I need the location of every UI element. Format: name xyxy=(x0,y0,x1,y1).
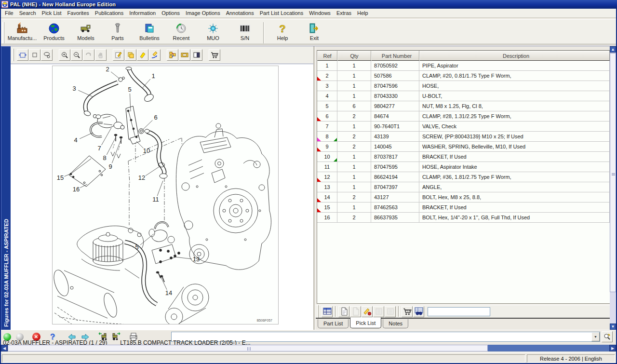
lasso-button[interactable] xyxy=(41,49,53,61)
callout-9[interactable]: 9 xyxy=(108,163,112,170)
manufactu-button[interactable]: Manufactu... xyxy=(6,21,38,43)
tab-pick-list[interactable]: Pick List xyxy=(350,317,381,328)
table-row[interactable]: 13187047397ANGLE, xyxy=(317,182,610,192)
zoom-in-button[interactable] xyxy=(59,49,70,61)
doc-new-button[interactable] xyxy=(338,306,349,317)
panel-button[interactable] xyxy=(385,306,396,317)
menu-information[interactable]: Information xyxy=(126,9,159,17)
split-button[interactable] xyxy=(191,49,202,61)
pen-eraser-button[interactable] xyxy=(362,306,373,317)
toolbar-grip[interactable] xyxy=(2,22,4,43)
column-header-part-number[interactable]: Part Number xyxy=(371,51,419,61)
menu-favorites[interactable]: Favorites xyxy=(65,9,92,17)
callout-3[interactable]: 3 xyxy=(72,85,76,92)
horizontal-scroll-thumb[interactable] xyxy=(8,345,488,351)
partlist-toolbar-grip[interactable] xyxy=(317,305,319,318)
callout-4[interactable]: 4 xyxy=(74,136,77,144)
column-header-description[interactable]: Description xyxy=(419,51,610,61)
zoom-tool-button[interactable] xyxy=(602,331,613,342)
copy-button[interactable] xyxy=(125,49,136,61)
menu-part-list-locations[interactable]: Part List Locations xyxy=(257,9,307,17)
fit-width-button[interactable] xyxy=(17,49,28,61)
highlight-button[interactable] xyxy=(137,49,148,61)
s-n-button[interactable]: S/N xyxy=(229,21,261,43)
figure-drawing[interactable]: 213564710891512161151314 B506F057 xyxy=(53,66,278,324)
callout-5[interactable]: 5 xyxy=(128,86,131,93)
parts-button[interactable]: Parts xyxy=(102,21,134,43)
undo-button[interactable] xyxy=(83,49,94,61)
callout-10[interactable]: 10 xyxy=(143,147,150,154)
tab-notes[interactable]: Notes xyxy=(383,319,408,328)
menu-windows[interactable]: Windows xyxy=(306,9,334,17)
table-row[interactable]: 6284674CLAMP, #28, 1.31/2.25 Type F Worm… xyxy=(317,111,610,121)
menu-file[interactable]: File xyxy=(2,9,16,17)
table-row[interactable]: 15187462563BRACKET, If Used xyxy=(317,202,610,213)
callout-2[interactable]: 2 xyxy=(106,66,109,73)
muo-button[interactable]: MUO xyxy=(197,21,229,43)
table-row[interactable]: 21507586CLAMP, #20, 0.81/1.75 Type F Wor… xyxy=(317,71,610,81)
callout-15[interactable]: 15 xyxy=(57,174,64,181)
table-row[interactable]: 8243139SCREW, {PP:80043139} M10 x 25; If… xyxy=(317,132,610,142)
vertical-scroll-thumb[interactable] xyxy=(610,53,616,292)
horizontal-scrollbar[interactable]: ◀ ▶ xyxy=(1,345,616,351)
note-button[interactable] xyxy=(113,49,124,61)
find-button[interactable] xyxy=(413,306,424,317)
pan-button[interactable] xyxy=(95,49,107,61)
table-row[interactable]: 1187050592PIPE, Aspirator xyxy=(317,61,610,71)
table-row[interactable]: 16286637935BOLT, Hex, 1/4''-20 x 1'', G8… xyxy=(317,213,610,223)
table-row[interactable]: 14243127BOLT, Hex, M8 x 25, 8.8, xyxy=(317,192,610,202)
help-button[interactable]: ?Help xyxy=(267,21,298,43)
grid-button[interactable] xyxy=(322,306,333,317)
products-button[interactable]: Products xyxy=(38,21,70,43)
models-button[interactable]: Models xyxy=(70,21,102,43)
cart-button[interactable] xyxy=(402,306,413,317)
menu-image-options[interactable]: Image Options xyxy=(183,9,223,17)
scroll-left-icon[interactable]: ◀ xyxy=(1,345,8,351)
figures-sidebar[interactable]: Figures for 02-03A MUFFLER - ASPIRATED xyxy=(1,46,11,330)
table-row[interactable]: 569804277NUT, M8 x 1.25, Flg, Cl 8, xyxy=(317,101,610,111)
combo-dropdown-icon[interactable]: ▼ xyxy=(591,332,600,341)
callout-5[interactable]: 5 xyxy=(135,243,138,251)
vertical-scrollbar[interactable]: ▲ ▼ xyxy=(610,46,616,330)
table-row[interactable]: 4187043330U-BOLT, xyxy=(317,91,610,101)
callout-8[interactable]: 8 xyxy=(103,154,106,162)
menu-extras[interactable]: Extras xyxy=(334,9,354,17)
menu-annotations[interactable]: Annotations xyxy=(223,9,257,17)
callout-11[interactable]: 11 xyxy=(152,196,159,203)
callout-14[interactable]: 14 xyxy=(165,289,172,297)
slide-button[interactable] xyxy=(179,49,190,61)
zoom-out-button[interactable] xyxy=(71,49,82,61)
exit-button[interactable]: Exit xyxy=(298,21,330,43)
scroll-up-icon[interactable]: ▲ xyxy=(610,46,616,53)
doc-button[interactable] xyxy=(350,306,361,317)
table-row[interactable]: 12186624194CLAMP, #36, 1.81/2.75 Type F … xyxy=(317,172,610,182)
draw-arrow-button[interactable] xyxy=(149,49,161,61)
bulletins-button[interactable]: Bulletins xyxy=(134,21,165,43)
figure-page[interactable]: 213564710891512161151314 B506F057 xyxy=(52,66,279,324)
callout-12[interactable]: 12 xyxy=(138,174,145,181)
menu-publications[interactable]: Publications xyxy=(92,9,126,17)
menu-help[interactable]: Help xyxy=(354,9,371,17)
recent-button[interactable]: Recent xyxy=(165,21,197,43)
table-row[interactable]: 10187037817BRACKET, If Used xyxy=(317,152,610,162)
figure-toolbar-grip[interactable] xyxy=(13,49,14,61)
callout-7[interactable]: 7 xyxy=(97,145,101,152)
callout-1[interactable]: 1 xyxy=(151,72,155,80)
table-row[interactable]: 92140045WASHER, SPRING, Belleville, M10,… xyxy=(317,142,610,152)
cart-button[interactable] xyxy=(209,49,220,61)
hotspots-button[interactable] xyxy=(167,49,178,61)
column-header-ref[interactable]: Ref xyxy=(317,51,337,61)
scroll-right-icon[interactable]: ▶ xyxy=(609,345,616,351)
menu-options[interactable]: Options xyxy=(159,9,183,17)
fit-page-button[interactable] xyxy=(29,49,40,61)
column-header-qty[interactable]: Qty xyxy=(337,51,371,61)
scroll-down-icon[interactable]: ▼ xyxy=(610,324,616,330)
title-bar[interactable]: PAL (NHE) - New Holland Europe Edition xyxy=(0,0,617,9)
callout-13[interactable]: 13 xyxy=(193,256,200,263)
table-row[interactable]: 7190-7640T1VALVE, Check xyxy=(317,121,610,132)
menu-search[interactable]: Search xyxy=(16,9,39,17)
callout-16[interactable]: 16 xyxy=(73,186,80,193)
tab-part-list[interactable]: Part List xyxy=(318,319,349,328)
table-row[interactable]: 3187047596HOSE, xyxy=(317,81,610,91)
table-row[interactable]: 11187047595HOSE, Aspirator Intake xyxy=(317,162,610,172)
